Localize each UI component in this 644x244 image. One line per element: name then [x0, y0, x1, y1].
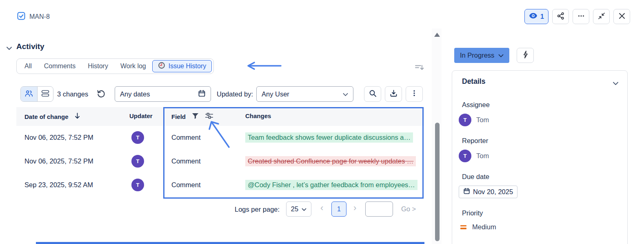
details-collapse-chevron-icon[interactable] [613, 80, 619, 87]
lightning-icon [522, 50, 529, 60]
column-changes[interactable]: Changes [245, 112, 271, 119]
sort-descending-icon[interactable] [74, 112, 80, 121]
scrollbar-up-arrow[interactable] [434, 33, 440, 37]
activity-tabs: All Comments History Work log Issue Hist… [16, 58, 214, 74]
page-size-select[interactable]: 25 [286, 201, 311, 217]
activity-title: Activity [16, 42, 44, 51]
assignee-field[interactable]: T Tom [459, 114, 489, 126]
activity-collapse-chevron-icon[interactable] [6, 45, 12, 52]
page-size-value: 25 [291, 205, 298, 213]
download-button[interactable] [385, 86, 402, 102]
chevron-down-icon [498, 51, 504, 59]
bottom-section-border [36, 242, 424, 244]
page-jump-input[interactable] [365, 201, 393, 217]
field-settings-sliders-icon[interactable] [205, 112, 213, 121]
date-filter-input[interactable]: Any dates [115, 86, 211, 102]
more-icon [577, 12, 585, 21]
calendar-icon [198, 90, 206, 99]
due-date-field[interactable]: Nov 20, 2025 [459, 186, 517, 198]
updater-avatar[interactable]: T [131, 155, 144, 168]
date-filter-value: Any dates [120, 90, 150, 98]
user-filter-select[interactable]: Any User [256, 86, 353, 102]
sort-order-icon[interactable] [415, 64, 424, 73]
rows-icon [41, 90, 49, 98]
watch-count: 1 [540, 13, 544, 20]
collapse-button[interactable] [593, 9, 610, 24]
chevron-down-icon [302, 205, 306, 213]
column-updater[interactable]: Updater [129, 112, 153, 119]
tab-issue-history-label: Issue History [169, 63, 206, 70]
details-panel: Details Assignee T Tom Reporter T Tom Du… [452, 70, 628, 244]
change-value-added: Team feedback shows fewer duplicate disc… [245, 132, 413, 143]
column-field[interactable]: Field [171, 112, 213, 121]
prev-page-button[interactable]: ‹ [320, 203, 323, 213]
filter-funnel-icon[interactable] [192, 113, 199, 121]
issue-key: MAN-8 [29, 13, 50, 20]
search-icon [369, 90, 377, 99]
issue-detail-view: MAN-8 1 [0, 0, 644, 244]
due-date-value: Nov 20, 2025 [473, 188, 513, 196]
assignee-avatar: T [459, 114, 471, 126]
clock-icon [158, 62, 165, 71]
current-page-button[interactable]: 1 [331, 201, 346, 217]
close-icon [618, 12, 626, 21]
change-value-removed: Created shared Confluence page for weekl… [245, 156, 416, 166]
tab-issue-history[interactable]: Issue History [152, 60, 212, 72]
calendar-icon [463, 188, 470, 196]
updater-avatar[interactable]: T [131, 131, 144, 144]
watchers-button[interactable]: 1 [524, 9, 549, 24]
kebab-menu-button[interactable] [406, 86, 423, 102]
status-label: In Progress [460, 51, 494, 59]
tab-work-log[interactable]: Work log [114, 60, 152, 72]
change-value-added: @Cody Fisher , let’s gather feedback fro… [245, 180, 417, 190]
column-date-of-change[interactable]: Date of change [24, 112, 80, 121]
tab-history[interactable]: History [82, 60, 114, 72]
more-button[interactable] [573, 9, 589, 24]
share-icon [557, 12, 564, 21]
close-button[interactable] [613, 9, 630, 24]
user-filter-value: Any User [262, 90, 289, 98]
updater-avatar[interactable]: T [131, 179, 144, 191]
priority-field[interactable]: Medium [460, 223, 496, 231]
due-date-label: Due date [462, 173, 489, 181]
priority-value: Medium [472, 223, 496, 231]
people-icon [24, 90, 33, 98]
search-button[interactable] [364, 86, 381, 102]
priority-label: Priority [462, 209, 483, 217]
history-row[interactable]: Sep 23, 2025, 9:52 AM T Comment @Cody Fi… [16, 173, 424, 197]
tab-all[interactable]: All [18, 60, 38, 72]
reporter-label: Reporter [462, 137, 488, 145]
list-view-toggle[interactable] [37, 87, 53, 101]
change-field: Comment [171, 157, 201, 165]
group-by-user-toggle[interactable] [21, 87, 37, 101]
next-page-button[interactable]: › [353, 203, 356, 213]
history-row[interactable]: Nov 06, 2025, 7:52 PM T Comment Team fee… [16, 126, 424, 150]
go-to-page-button[interactable]: Go > [401, 205, 416, 213]
changes-count: 3 changes [57, 90, 88, 98]
reporter-name: Tom [476, 152, 489, 160]
column-field-label: Field [171, 113, 186, 120]
share-button[interactable] [552, 9, 569, 24]
eye-icon [529, 13, 537, 20]
updated-by-label: Updated by: [217, 90, 253, 98]
change-date: Sep 23, 2025, 9:52 AM [24, 181, 93, 189]
chevron-down-icon [343, 90, 348, 98]
refresh-icon[interactable] [97, 89, 106, 100]
logs-per-page-label: Logs per page: [235, 206, 280, 213]
assignee-label: Assignee [462, 101, 490, 109]
history-row[interactable]: Nov 06, 2025, 7:52 PM T Comment Created … [16, 150, 424, 173]
change-date: Nov 06, 2025, 7:52 PM [24, 157, 93, 165]
reporter-field[interactable]: T Tom [459, 150, 489, 162]
download-icon [390, 90, 398, 99]
history-table-header: Date of change Updater Field Changes [16, 107, 424, 126]
tab-comments[interactable]: Comments [38, 60, 82, 72]
automation-button[interactable] [517, 48, 534, 63]
status-dropdown-button[interactable]: In Progress [454, 48, 509, 63]
column-date-label: Date of change [24, 113, 69, 120]
details-title: Details [462, 77, 485, 86]
scrollbar-thumb[interactable] [435, 123, 440, 241]
assignee-name: Tom [476, 116, 489, 124]
change-date: Nov 06, 2025, 7:52 PM [24, 134, 93, 141]
change-field: Comment [171, 181, 201, 189]
kebab-icon [411, 90, 418, 98]
